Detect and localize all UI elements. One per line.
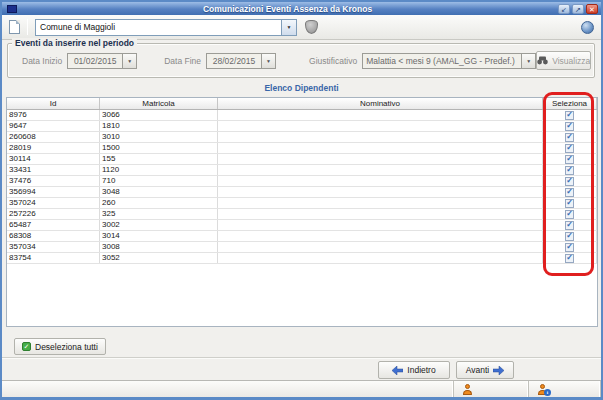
cell-nominativo: [218, 110, 543, 120]
chevron-down-icon[interactable]: ▼: [281, 20, 296, 35]
cell-id: 28019: [7, 143, 100, 153]
col-header-id[interactable]: Id: [7, 98, 100, 109]
visualizza-label: Visualizza: [552, 56, 590, 66]
cell-matricola: 3008: [100, 242, 218, 252]
status-cell-user-info: i: [529, 381, 601, 397]
data-fine-label: Data Fine: [164, 56, 201, 66]
giustificativo-field[interactable]: Malattia < mesi 9 (AMAL_GG - Predef.) ▼: [362, 53, 536, 69]
check-icon: ✓: [566, 221, 573, 229]
seleziona-checkbox[interactable]: ✓: [565, 199, 574, 208]
help-icon[interactable]: [581, 21, 594, 34]
cell-id: 83754: [7, 253, 100, 263]
cell-nominativo: [218, 187, 543, 197]
check-icon: ✓: [566, 144, 573, 152]
cell-seleziona: ✓: [543, 198, 597, 208]
avanti-button[interactable]: Avanti: [456, 361, 514, 379]
table-row[interactable]: 257226325✓: [7, 209, 597, 220]
cell-matricola: 1810: [100, 121, 218, 131]
data-inizio-label: Data Inizio: [22, 56, 62, 66]
table-row[interactable]: 30114155✓: [7, 154, 597, 165]
close-button[interactable]: ✕: [586, 4, 598, 14]
chevron-down-icon[interactable]: ▼: [521, 54, 535, 68]
cell-matricola: 3066: [100, 110, 218, 120]
chevron-down-icon[interactable]: ▼: [122, 54, 136, 68]
avanti-label: Avanti: [466, 365, 489, 375]
filters-legend: Eventi da inserire nel periodo: [12, 38, 137, 49]
table-row[interactable]: 683083014✓: [7, 231, 597, 242]
window-title: Comunicazioni Eventi Assenza da Kronos: [17, 3, 558, 15]
visualizza-button[interactable]: Visualizza: [536, 51, 591, 70]
seleziona-checkbox[interactable]: ✓: [565, 210, 574, 219]
check-icon: ✓: [566, 243, 573, 251]
table-row[interactable]: 96471810✓: [7, 121, 597, 132]
seleziona-checkbox[interactable]: ✓: [565, 155, 574, 164]
seleziona-checkbox[interactable]: ✓: [565, 243, 574, 252]
user-info-icon: i: [537, 384, 548, 395]
cell-id: 260608: [7, 132, 100, 142]
col-header-nominativo[interactable]: Nominativo: [218, 98, 543, 109]
cell-id: 37476: [7, 176, 100, 186]
table-row[interactable]: 280191500✓: [7, 143, 597, 154]
cell-nominativo: [218, 253, 543, 263]
window-controls: ↙ ↗ ✕: [558, 4, 598, 14]
filters-panel: Eventi da inserire nel periodo Data Iniz…: [7, 43, 595, 78]
table-row[interactable]: 334311120✓: [7, 165, 597, 176]
chevron-down-icon[interactable]: ▼: [261, 54, 275, 68]
cell-id: 357034: [7, 242, 100, 252]
status-cell-user: [454, 381, 529, 397]
cell-seleziona: ✓: [543, 132, 597, 142]
new-document-icon[interactable]: [9, 20, 20, 34]
table-row[interactable]: 37476710✓: [7, 176, 597, 187]
binoculars-icon: [537, 56, 548, 65]
check-icon: ✓: [566, 188, 573, 196]
table-row[interactable]: 357024260✓: [7, 198, 597, 209]
check-icon: ✓: [566, 199, 573, 207]
cell-matricola: 260: [100, 198, 218, 208]
restore-up-button[interactable]: ↗: [572, 4, 584, 14]
status-bar: i: [2, 380, 601, 397]
company-select[interactable]: Comune di Maggioli ▼: [35, 19, 297, 36]
col-header-matricola[interactable]: Matricola: [100, 98, 218, 109]
seleziona-checkbox[interactable]: ✓: [565, 254, 574, 263]
cell-id: 257226: [7, 209, 100, 219]
cell-seleziona: ✓: [543, 253, 597, 263]
col-header-seleziona[interactable]: Seleziona: [543, 98, 597, 109]
check-icon: ✓: [566, 177, 573, 185]
toolbar: Comune di Maggioli ▼: [2, 15, 601, 40]
seleziona-checkbox[interactable]: ✓: [565, 232, 574, 241]
table-body: 89763066✓96471810✓2606083010✓280191500✓3…: [7, 110, 597, 264]
cell-matricola: 3048: [100, 187, 218, 197]
cell-matricola: 325: [100, 209, 218, 219]
cell-id: 356994: [7, 187, 100, 197]
table-row[interactable]: 654873002✓: [7, 220, 597, 231]
check-icon: ✓: [566, 232, 573, 240]
table-row[interactable]: 837543052✓: [7, 253, 597, 264]
seleziona-checkbox[interactable]: ✓: [565, 221, 574, 230]
deseleziona-tutti-button[interactable]: ✓ Deseleziona tutti: [14, 338, 106, 355]
app-window: Comunicazioni Eventi Assenza da Kronos ↙…: [0, 0, 603, 400]
indietro-button[interactable]: Indietro: [378, 361, 450, 379]
seleziona-checkbox[interactable]: ✓: [565, 133, 574, 142]
table-row[interactable]: 2606083010✓: [7, 132, 597, 143]
table-row[interactable]: 89763066✓: [7, 110, 597, 121]
table-header: Id Matricola Nominativo Seleziona: [7, 98, 597, 110]
seleziona-checkbox[interactable]: ✓: [565, 111, 574, 120]
check-icon: ✓: [566, 155, 573, 163]
restore-down-button[interactable]: ↙: [558, 4, 570, 14]
data-inizio-field[interactable]: 01/02/2015 ▼: [67, 53, 137, 69]
cell-nominativo: [218, 198, 543, 208]
shield-icon: [305, 20, 318, 34]
table-row[interactable]: 3570343008✓: [7, 242, 597, 253]
company-select-value: Comune di Maggioli: [36, 20, 281, 35]
data-inizio-value: 01/02/2015: [68, 54, 122, 68]
table-row[interactable]: 3569943048✓: [7, 187, 597, 198]
toolbar-separator: [27, 19, 28, 35]
seleziona-checkbox[interactable]: ✓: [565, 177, 574, 186]
seleziona-checkbox[interactable]: ✓: [565, 166, 574, 175]
seleziona-checkbox[interactable]: ✓: [565, 144, 574, 153]
cell-matricola: 1500: [100, 143, 218, 153]
seleziona-checkbox[interactable]: ✓: [565, 122, 574, 131]
cell-nominativo: [218, 165, 543, 175]
seleziona-checkbox[interactable]: ✓: [565, 188, 574, 197]
data-fine-field[interactable]: 28/02/2015 ▼: [206, 53, 276, 69]
